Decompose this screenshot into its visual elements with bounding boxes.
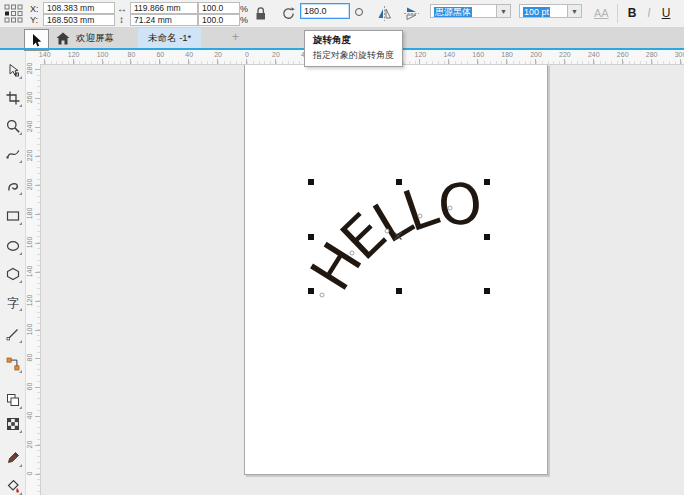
h-ruler-number: 100 bbox=[96, 51, 110, 58]
h-ruler-tick bbox=[217, 59, 218, 64]
v-ruler-number: 40 bbox=[26, 409, 33, 423]
x-position-field[interactable]: 108.383 mm bbox=[43, 2, 115, 14]
h-ruler-tick bbox=[44, 59, 45, 64]
bold-button[interactable]: B bbox=[624, 5, 640, 22]
x-label: X: bbox=[30, 4, 39, 14]
v-ruler-number: 120 bbox=[26, 293, 33, 307]
new-document-tab-button[interactable]: + bbox=[232, 30, 239, 44]
v-ruler-number: 80 bbox=[26, 351, 33, 365]
h-ruler-number: 140 bbox=[442, 51, 456, 58]
separator bbox=[617, 4, 618, 23]
pattern-fill-tool[interactable] bbox=[0, 412, 25, 436]
smart-drawing-tool[interactable] bbox=[0, 322, 25, 346]
object-height-icon: ↕ bbox=[119, 14, 124, 25]
h-ruler-number: 220 bbox=[558, 51, 572, 58]
text-tool[interactable]: 字 bbox=[0, 290, 25, 314]
mirror-vertical-icon[interactable] bbox=[403, 5, 420, 22]
object-position-grid-icon[interactable] bbox=[4, 4, 23, 23]
h-ruler-tick bbox=[275, 59, 276, 64]
font-family-dropdown-icon[interactable]: ▼ bbox=[497, 4, 511, 18]
flyout-indicator bbox=[19, 464, 22, 467]
tab-document[interactable]: 未命名 -1* bbox=[138, 28, 201, 48]
h-ruler-tick bbox=[593, 59, 594, 64]
v-ruler-number: 160 bbox=[26, 235, 33, 249]
v-ruler-tick bbox=[35, 445, 40, 446]
v-ruler-tick bbox=[35, 127, 40, 128]
flyout-indicator bbox=[19, 370, 22, 373]
v-ruler-tick bbox=[35, 387, 40, 388]
h-ruler-tick bbox=[477, 59, 478, 64]
font-family-combo[interactable]: 思源黑体 ▼ bbox=[430, 4, 511, 18]
italic-button[interactable]: I bbox=[641, 5, 657, 22]
v-ruler-number: 260 bbox=[26, 91, 33, 105]
h-ruler-number: 180 bbox=[500, 51, 514, 58]
rectangle-tool[interactable] bbox=[0, 204, 25, 228]
scale-v-percent: % bbox=[240, 15, 248, 25]
v-ruler-number: 180 bbox=[26, 206, 33, 220]
eyedropper-tool[interactable] bbox=[0, 446, 25, 470]
h-ruler-tick bbox=[506, 59, 507, 64]
canvas-area[interactable]: HELLO bbox=[40, 64, 684, 495]
v-ruler-number: 240 bbox=[26, 120, 33, 134]
scale-h-field[interactable]: 100.0 bbox=[198, 2, 240, 14]
polygon-tool[interactable] bbox=[0, 262, 25, 286]
object-width-field[interactable]: 119.866 mm bbox=[130, 2, 198, 14]
crop-tool[interactable] bbox=[0, 86, 25, 110]
v-ruler-tick bbox=[35, 416, 40, 417]
h-ruler-tick bbox=[159, 59, 160, 64]
lock-ratio-icon[interactable] bbox=[254, 6, 267, 21]
v-ruler-tick bbox=[35, 243, 40, 244]
flyout-indicator bbox=[19, 280, 22, 283]
h-ruler-number: 20 bbox=[269, 51, 283, 58]
object-width-icon: ↔ bbox=[117, 3, 127, 14]
h-ruler-tick bbox=[188, 59, 189, 64]
vertical-ruler[interactable]: 280260240220200180160140120100806040200 bbox=[25, 64, 41, 495]
h-ruler-tick bbox=[680, 59, 681, 64]
freehand-tool[interactable] bbox=[0, 142, 25, 166]
h-ruler-number: 200 bbox=[529, 51, 543, 58]
artistic-media-tool[interactable] bbox=[0, 174, 25, 198]
underline-button[interactable]: U bbox=[658, 5, 674, 22]
interactive-fill-tool[interactable] bbox=[0, 474, 25, 495]
h-ruler-number: 80 bbox=[124, 51, 138, 58]
home-icon[interactable] bbox=[56, 32, 70, 45]
object-height-field[interactable]: 71.24 mm bbox=[130, 14, 198, 26]
shape-tool[interactable] bbox=[0, 58, 25, 82]
ellipse-tool[interactable] bbox=[0, 234, 25, 258]
h-ruler-tick bbox=[246, 59, 247, 64]
mirror-horizontal-icon[interactable] bbox=[376, 5, 393, 22]
transparency-tool[interactable] bbox=[0, 388, 25, 412]
font-steps-button[interactable]: AA bbox=[594, 7, 609, 19]
v-ruler-number: 20 bbox=[26, 438, 33, 452]
tooltip-description: 指定对象的旋转角度 bbox=[313, 49, 394, 62]
flyout-indicator bbox=[19, 308, 22, 311]
h-ruler-tick bbox=[622, 59, 623, 64]
tab-welcome-screen[interactable]: 欢迎屏幕 bbox=[76, 28, 114, 48]
svg-text:字: 字 bbox=[7, 296, 19, 310]
h-ruler-tick bbox=[102, 59, 103, 64]
v-ruler-tick bbox=[35, 156, 40, 157]
font-family-value: 思源黑体 bbox=[434, 7, 472, 17]
v-ruler-tick bbox=[35, 98, 40, 99]
y-position-field[interactable]: 168.503 mm bbox=[43, 14, 115, 26]
font-family-field: 思源黑体 bbox=[430, 4, 497, 18]
font-size-combo[interactable]: 100 pt ▼ bbox=[519, 4, 582, 18]
h-ruler-tick bbox=[73, 59, 74, 64]
h-ruler-number: 260 bbox=[616, 51, 630, 58]
flyout-indicator bbox=[19, 160, 22, 163]
h-ruler-number: 300 bbox=[674, 51, 684, 58]
v-ruler-number: 0 bbox=[26, 467, 33, 481]
zoom-tool[interactable] bbox=[0, 114, 25, 138]
connector-tool[interactable] bbox=[0, 352, 25, 376]
h-ruler-tick bbox=[651, 59, 652, 64]
rotation-angle-field[interactable]: 180.0 bbox=[300, 3, 350, 19]
flyout-indicator bbox=[19, 430, 22, 433]
scale-v-field[interactable]: 100.0 bbox=[198, 14, 240, 26]
h-ruler-tick bbox=[564, 59, 565, 64]
tooltip-title: 旋转角度 bbox=[313, 34, 394, 47]
font-size-dropdown-icon[interactable]: ▼ bbox=[568, 4, 582, 18]
flyout-indicator bbox=[19, 192, 22, 195]
page[interactable] bbox=[244, 64, 548, 475]
font-size-field: 100 pt bbox=[519, 4, 568, 18]
h-ruler-number: 160 bbox=[471, 51, 485, 58]
